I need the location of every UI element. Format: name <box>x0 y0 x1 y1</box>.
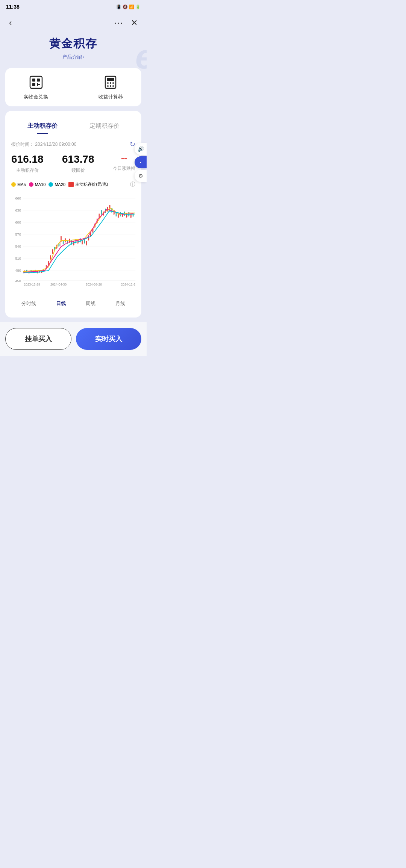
calculator-icon <box>102 74 119 91</box>
svg-rect-88 <box>84 239 85 243</box>
change-item: -- 今日涨跌幅 <box>113 153 135 172</box>
svg-text:510: 510 <box>15 256 21 260</box>
info-icon[interactable]: ⓘ <box>130 181 135 188</box>
tools-card: 实物金兑换 收益计算器 <box>5 68 141 106</box>
svg-point-14 <box>112 85 114 87</box>
svg-rect-104 <box>101 210 102 214</box>
legend-ma10: MA10 <box>29 182 46 187</box>
buy-price-value: 613.78 <box>62 153 94 166</box>
chart-time-tabs: 分时线 日线 周线 月线 <box>11 294 135 310</box>
svg-rect-1 <box>32 79 35 82</box>
svg-point-10 <box>110 82 111 84</box>
svg-point-12 <box>107 85 109 87</box>
svg-rect-90 <box>86 241 87 244</box>
tab-fixed-price[interactable]: 定期积存价 <box>82 118 127 134</box>
tab-daily[interactable]: 日线 <box>52 299 70 308</box>
calculator-label: 收益计算器 <box>98 94 123 100</box>
price-chart: 660 630 600 570 540 510 480 450 <box>10 192 137 289</box>
svg-rect-8 <box>107 78 114 81</box>
price-legend-label: 主动积存价(元/克) <box>75 181 108 187</box>
change-label: 今日涨跌幅 <box>113 165 135 172</box>
svg-rect-0 <box>30 76 42 88</box>
legend-ma20: MA20 <box>48 182 65 187</box>
buy-price-label: 赎回价 <box>62 167 94 174</box>
exchange-icon <box>28 74 44 91</box>
svg-text:2023-12-29: 2023-12-29 <box>24 283 40 286</box>
status-icons: 📳 🔇 📶 🔋 <box>116 5 141 9</box>
main-price-item: 616.18 主动积存价 <box>11 153 44 174</box>
price-square <box>68 182 74 187</box>
tool-divider <box>73 78 73 97</box>
back-button[interactable]: ‹ <box>8 17 13 29</box>
more-button[interactable]: ··· <box>114 18 123 28</box>
chart-container: 660 630 600 570 540 510 480 450 <box>10 192 137 291</box>
svg-rect-120 <box>118 214 119 217</box>
svg-text:600: 600 <box>15 221 21 224</box>
buy-button[interactable]: 实时买入 <box>76 328 141 350</box>
svg-rect-2 <box>37 79 40 82</box>
close-button[interactable]: ✕ <box>129 17 139 29</box>
main-price-label: 主动积存价 <box>11 167 44 174</box>
svg-rect-86 <box>82 240 83 244</box>
change-value: -- <box>113 153 135 164</box>
ma20-dot <box>48 182 53 187</box>
legend-ma5: MA5 <box>11 182 26 187</box>
price-time-row: 报价时间： 2024/12/28 09:00:00 ↻ <box>11 140 135 148</box>
svg-text:570: 570 <box>15 232 21 236</box>
svg-text:2024-04-30: 2024-04-30 <box>50 283 67 286</box>
bottom-buttons: 挂单买入 实时买入 <box>0 322 147 356</box>
status-time: 11:38 <box>6 4 20 10</box>
svg-rect-54 <box>48 261 49 264</box>
ma10-label: MA10 <box>35 182 46 187</box>
float-panel: 🔊 • ⚙ <box>135 143 147 182</box>
chart-legend: MA5 MA10 MA20 主动积存价(元/克) ⓘ <box>11 181 135 188</box>
tool-calculator[interactable]: 收益计算器 <box>98 74 123 100</box>
ma10-dot <box>29 182 33 187</box>
tool-exchange[interactable]: 实物金兑换 <box>24 74 48 100</box>
time-label: 报价时间： <box>11 142 34 147</box>
svg-text:2024-12-2: 2024-12-2 <box>121 283 136 286</box>
volume-button[interactable]: 🔊 <box>135 143 147 155</box>
main-price-value: 616.18 <box>11 153 44 166</box>
svg-point-11 <box>112 82 114 84</box>
settings-button[interactable]: ⚙ <box>135 170 147 182</box>
subtitle-arrow-icon: › <box>83 54 84 60</box>
price-row: 616.18 主动积存价 613.78 赎回价 -- 今日涨跌幅 <box>11 153 135 174</box>
svg-text:540: 540 <box>15 244 21 248</box>
buy-price-item: 613.78 赎回价 <box>62 153 94 174</box>
time-value: 2024/12/28 09:00:00 <box>35 142 76 147</box>
status-bar: 11:38 📳 🔇 📶 🔋 <box>0 0 147 14</box>
svg-rect-68 <box>63 240 64 244</box>
legend-price: 主动积存价(元/克) <box>68 181 108 187</box>
svg-point-13 <box>110 85 111 87</box>
svg-text:480: 480 <box>15 268 21 272</box>
tab-intraday[interactable]: 分时线 <box>17 299 41 308</box>
page-title: 黄金积存 <box>8 36 139 51</box>
ma5-label: MA5 <box>17 182 26 187</box>
title-area: e 黄金积存 产品介绍 › <box>0 32 147 68</box>
tab-active-price[interactable]: 主动积存价 <box>20 118 65 134</box>
svg-rect-56 <box>50 255 51 259</box>
blue-dot-button[interactable]: • <box>135 156 147 168</box>
svg-rect-58 <box>52 249 53 253</box>
svg-text:660: 660 <box>15 197 21 200</box>
svg-text:2024-08-26: 2024-08-26 <box>86 283 102 286</box>
exchange-label: 实物金兑换 <box>24 94 48 100</box>
price-tabs: 主动积存价 定期积存价 <box>11 118 135 134</box>
tab-weekly[interactable]: 周线 <box>81 299 100 308</box>
tab-monthly[interactable]: 月线 <box>111 299 130 308</box>
header-nav: ‹ ··· ✕ <box>0 14 147 32</box>
ma5-dot <box>11 182 16 187</box>
svg-text:450: 450 <box>15 279 21 283</box>
svg-text:630: 630 <box>15 209 21 212</box>
svg-point-9 <box>107 82 109 84</box>
svg-rect-3 <box>32 83 35 86</box>
order-button[interactable]: 挂单买入 <box>5 328 71 350</box>
price-card: 主动积存价 定期积存价 报价时间： 2024/12/28 09:00:00 ↻ … <box>5 111 141 318</box>
ma20-label: MA20 <box>55 182 65 187</box>
page-subtitle[interactable]: 产品介绍 › <box>8 54 139 60</box>
